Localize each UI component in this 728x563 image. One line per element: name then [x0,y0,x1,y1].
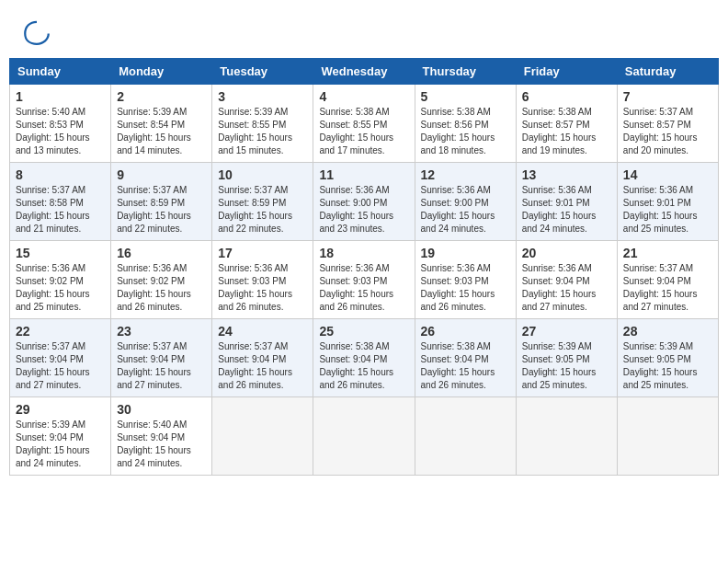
day-info: Sunrise: 5:37 AMSunset: 8:57 PMDaylight:… [623,106,712,157]
calendar-week-5: 29Sunrise: 5:39 AMSunset: 9:04 PMDayligh… [10,397,719,476]
day-number: 25 [319,324,408,339]
day-number: 3 [218,89,307,104]
calendar-day-26: 26Sunrise: 5:38 AMSunset: 9:04 PMDayligh… [415,319,516,397]
day-number: 29 [16,402,105,417]
weekday-header-saturday: Saturday [617,59,718,85]
day-number: 21 [623,246,712,260]
calendar-day-23: 23Sunrise: 5:37 AMSunset: 9:04 PMDayligh… [111,319,212,397]
calendar-day-19: 19Sunrise: 5:36 AMSunset: 9:03 PMDayligh… [415,241,516,319]
day-info: Sunrise: 5:36 AMSunset: 9:03 PMDaylight:… [421,262,510,314]
day-number: 18 [319,246,408,260]
calendar-table: SundayMondayTuesdayWednesdayThursdayFrid… [9,58,719,476]
calendar-day-20: 20Sunrise: 5:36 AMSunset: 9:04 PMDayligh… [516,241,617,319]
calendar-day-16: 16Sunrise: 5:36 AMSunset: 9:02 PMDayligh… [111,241,212,319]
calendar-day-14: 14Sunrise: 5:36 AMSunset: 9:01 PMDayligh… [617,163,718,241]
day-info: Sunrise: 5:36 AMSunset: 9:00 PMDaylight:… [319,184,408,236]
day-info: Sunrise: 5:40 AMSunset: 9:04 PMDaylight:… [117,419,206,470]
day-info: Sunrise: 5:36 AMSunset: 9:03 PMDaylight:… [218,262,307,314]
day-number: 5 [421,89,510,104]
calendar-week-1: 1Sunrise: 5:40 AMSunset: 8:53 PMDaylight… [10,85,719,163]
day-info: Sunrise: 5:40 AMSunset: 8:53 PMDaylight:… [16,106,105,157]
weekday-header-monday: Monday [111,59,212,85]
day-number: 24 [218,324,307,339]
day-info: Sunrise: 5:38 AMSunset: 8:57 PMDaylight:… [522,106,611,157]
day-number: 13 [522,167,611,182]
day-number: 27 [522,324,611,339]
calendar-day-11: 11Sunrise: 5:36 AMSunset: 9:00 PMDayligh… [313,163,415,241]
weekday-header-row: SundayMondayTuesdayWednesdayThursdayFrid… [10,59,719,85]
day-info: Sunrise: 5:36 AMSunset: 9:00 PMDaylight:… [421,184,510,236]
day-info: Sunrise: 5:38 AMSunset: 9:04 PMDaylight:… [319,340,408,392]
calendar-week-4: 22Sunrise: 5:37 AMSunset: 9:04 PMDayligh… [10,319,719,397]
day-number: 15 [16,246,105,260]
calendar-day-12: 12Sunrise: 5:36 AMSunset: 9:00 PMDayligh… [415,163,516,241]
calendar-day-1: 1Sunrise: 5:40 AMSunset: 8:53 PMDaylight… [10,85,111,163]
day-info: Sunrise: 5:36 AMSunset: 9:04 PMDaylight:… [522,262,611,314]
calendar-day-7: 7Sunrise: 5:37 AMSunset: 8:57 PMDaylight… [617,85,718,163]
calendar-day-empty [212,397,313,476]
day-number: 6 [522,89,611,104]
day-info: Sunrise: 5:39 AMSunset: 9:04 PMDaylight:… [16,419,105,470]
weekday-header-sunday: Sunday [10,59,111,85]
day-number: 7 [623,89,712,104]
day-info: Sunrise: 5:39 AMSunset: 8:54 PMDaylight:… [117,106,206,157]
day-number: 26 [421,324,510,339]
header [9,9,719,51]
day-info: Sunrise: 5:37 AMSunset: 9:04 PMDaylight:… [117,340,206,392]
calendar-day-21: 21Sunrise: 5:37 AMSunset: 9:04 PMDayligh… [617,241,718,319]
day-info: Sunrise: 5:38 AMSunset: 8:55 PMDaylight:… [319,106,408,157]
calendar-day-18: 18Sunrise: 5:36 AMSunset: 9:03 PMDayligh… [313,241,415,319]
calendar-day-28: 28Sunrise: 5:39 AMSunset: 9:05 PMDayligh… [617,319,718,397]
day-info: Sunrise: 5:37 AMSunset: 8:59 PMDaylight:… [117,184,206,236]
calendar-day-5: 5Sunrise: 5:38 AMSunset: 8:56 PMDaylight… [415,85,516,163]
calendar-day-17: 17Sunrise: 5:36 AMSunset: 9:03 PMDayligh… [212,241,313,319]
day-number: 16 [117,246,206,260]
day-number: 20 [522,246,611,260]
day-number: 11 [319,167,408,182]
calendar-day-9: 9Sunrise: 5:37 AMSunset: 8:59 PMDaylight… [111,163,212,241]
day-number: 8 [16,167,105,182]
day-info: Sunrise: 5:39 AMSunset: 9:05 PMDaylight:… [522,340,611,392]
calendar-day-empty [617,397,718,476]
calendar-day-4: 4Sunrise: 5:38 AMSunset: 8:55 PMDaylight… [313,85,415,163]
day-info: Sunrise: 5:37 AMSunset: 9:04 PMDaylight:… [16,340,105,392]
calendar-day-empty [516,397,617,476]
calendar-day-empty [313,397,415,476]
day-number: 28 [623,324,712,339]
day-info: Sunrise: 5:37 AMSunset: 8:58 PMDaylight:… [16,184,105,236]
day-info: Sunrise: 5:36 AMSunset: 9:01 PMDaylight:… [522,184,611,236]
day-number: 12 [421,167,510,182]
weekday-header-tuesday: Tuesday [212,59,313,85]
day-info: Sunrise: 5:36 AMSunset: 9:02 PMDaylight:… [117,262,206,314]
day-number: 30 [117,402,206,417]
day-number: 4 [319,89,408,104]
day-number: 9 [117,167,206,182]
day-info: Sunrise: 5:37 AMSunset: 9:04 PMDaylight:… [623,262,712,314]
calendar-day-empty [415,397,516,476]
calendar-day-6: 6Sunrise: 5:38 AMSunset: 8:57 PMDaylight… [516,85,617,163]
day-number: 1 [16,89,105,104]
calendar-week-2: 8Sunrise: 5:37 AMSunset: 8:58 PMDaylight… [10,163,719,241]
logo-icon [23,18,51,46]
day-number: 10 [218,167,307,182]
day-info: Sunrise: 5:37 AMSunset: 8:59 PMDaylight:… [218,184,307,236]
logo [23,18,54,46]
calendar-day-13: 13Sunrise: 5:36 AMSunset: 9:01 PMDayligh… [516,163,617,241]
calendar-day-24: 24Sunrise: 5:37 AMSunset: 9:04 PMDayligh… [212,319,313,397]
day-number: 2 [117,89,206,104]
calendar-day-10: 10Sunrise: 5:37 AMSunset: 8:59 PMDayligh… [212,163,313,241]
day-info: Sunrise: 5:39 AMSunset: 8:55 PMDaylight:… [218,106,307,157]
calendar-day-27: 27Sunrise: 5:39 AMSunset: 9:05 PMDayligh… [516,319,617,397]
day-info: Sunrise: 5:38 AMSunset: 8:56 PMDaylight:… [421,106,510,157]
calendar-week-3: 15Sunrise: 5:36 AMSunset: 9:02 PMDayligh… [10,241,719,319]
calendar-day-2: 2Sunrise: 5:39 AMSunset: 8:54 PMDaylight… [111,85,212,163]
day-info: Sunrise: 5:37 AMSunset: 9:04 PMDaylight:… [218,340,307,392]
calendar-day-8: 8Sunrise: 5:37 AMSunset: 8:58 PMDaylight… [10,163,111,241]
calendar-day-22: 22Sunrise: 5:37 AMSunset: 9:04 PMDayligh… [10,319,111,397]
day-number: 23 [117,324,206,339]
day-number: 14 [623,167,712,182]
day-number: 19 [421,246,510,260]
calendar-day-29: 29Sunrise: 5:39 AMSunset: 9:04 PMDayligh… [10,397,111,476]
calendar-day-30: 30Sunrise: 5:40 AMSunset: 9:04 PMDayligh… [111,397,212,476]
day-number: 22 [16,324,105,339]
